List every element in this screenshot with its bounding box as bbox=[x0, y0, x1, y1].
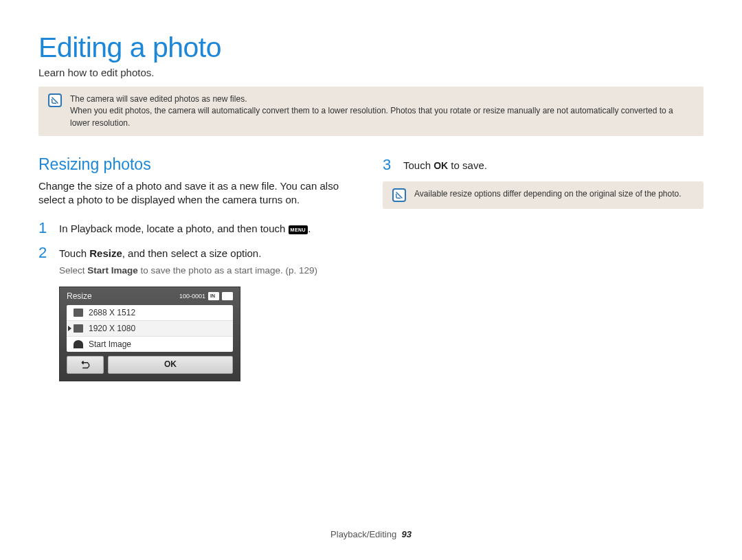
resize-option-start-image[interactable]: Start Image bbox=[67, 337, 233, 352]
info-note-top: The camera will save edited photos as ne… bbox=[38, 87, 704, 136]
note-icon bbox=[392, 188, 406, 202]
option-label: Start Image bbox=[89, 339, 131, 349]
info-note-right: Available resize options differ dependin… bbox=[383, 181, 704, 209]
step-2-sub-suffix: to save the photo as a start image. (p. … bbox=[138, 265, 317, 276]
option-label: 2688 X 1512 bbox=[89, 308, 135, 317]
step-number-1: 1 bbox=[38, 220, 59, 236]
resize-option-2688[interactable]: 2688 X 1512 bbox=[67, 305, 233, 321]
screen-title: Resize bbox=[67, 291, 92, 301]
start-image-icon bbox=[74, 340, 83, 348]
battery-icon bbox=[222, 292, 233, 300]
file-number: 100-0001 bbox=[179, 293, 205, 300]
option-label: 1920 X 1080 bbox=[89, 324, 135, 333]
step-2-sub-prefix: Select bbox=[59, 265, 87, 276]
note-line-1: The camera will save edited photos as ne… bbox=[70, 93, 694, 105]
step-1-text-suffix: . bbox=[308, 223, 311, 234]
step-3-suffix: to save. bbox=[448, 159, 487, 171]
footer-section: Playback/Editing bbox=[330, 529, 396, 539]
page-title: Editing a photo bbox=[38, 32, 704, 64]
note-right-text: Available resize options differ dependin… bbox=[414, 188, 682, 200]
menu-icon: MENU bbox=[289, 225, 308, 235]
resize-option-1920[interactable]: 1920 X 1080 bbox=[67, 321, 233, 337]
section-heading-resizing: Resizing photos bbox=[38, 155, 359, 174]
step-3-prefix: Touch bbox=[403, 159, 434, 171]
step-2-sub-bold: Start Image bbox=[87, 265, 138, 276]
page-footer: Playback/Editing 93 bbox=[0, 529, 742, 539]
storage-icon: IN bbox=[208, 292, 219, 300]
resize-menu: 2688 X 1512 1920 X 1080 Start Image bbox=[67, 305, 233, 352]
ok-icon: OK bbox=[434, 160, 448, 171]
step-1-text-prefix: In Playback mode, locate a photo, and th… bbox=[59, 223, 289, 234]
ok-button[interactable]: OK bbox=[108, 356, 233, 374]
section-description: Change the size of a photo and save it a… bbox=[38, 179, 359, 208]
footer-page-number: 93 bbox=[401, 529, 411, 539]
size-icon bbox=[74, 309, 83, 317]
note-line-2: When you edit photos, the camera will au… bbox=[70, 105, 694, 129]
step-number-2: 2 bbox=[38, 245, 59, 261]
step-number-3: 3 bbox=[383, 157, 403, 173]
size-icon bbox=[74, 324, 83, 333]
camera-screen: Resize 100-0001 IN 2688 X 1512 1920 X 10 bbox=[59, 287, 240, 381]
back-button[interactable]: ⮌ bbox=[67, 356, 104, 374]
step-2-suffix: , and then select a size option. bbox=[122, 247, 262, 259]
note-icon bbox=[48, 93, 62, 107]
page-subtitle: Learn how to edit photos. bbox=[38, 67, 704, 78]
step-2-bold: Resize bbox=[89, 247, 122, 259]
step-2-prefix: Touch bbox=[59, 247, 89, 259]
